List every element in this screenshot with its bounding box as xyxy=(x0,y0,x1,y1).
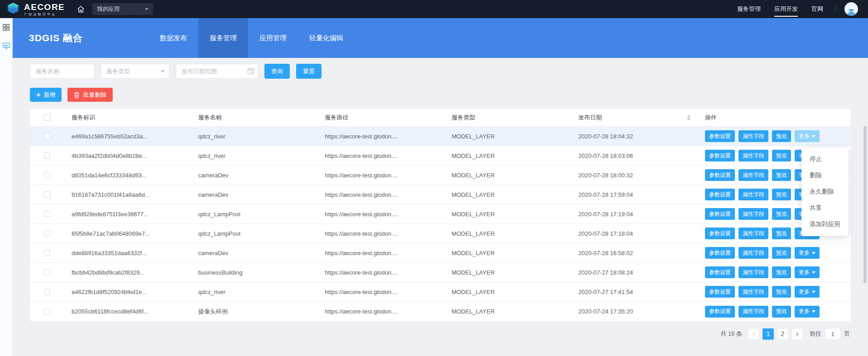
preview-button[interactable]: 预览 xyxy=(772,169,791,181)
tab-app-management[interactable]: 应用管理 xyxy=(248,18,298,58)
row-date: 2020-07-24 17:35:20 xyxy=(578,308,705,315)
menu-item-delete[interactable]: 删除 xyxy=(802,167,848,184)
more-button[interactable]: 更多 xyxy=(795,130,820,142)
publish-date-range-input[interactable] xyxy=(176,64,259,79)
row-checkbox[interactable] xyxy=(44,309,50,315)
table-row[interactable]: 4b393aa2f2db04d0e8b28e... qdcz_river htt… xyxy=(30,146,851,166)
page-button-1[interactable]: 1 xyxy=(762,328,774,340)
more-button[interactable]: 更多 xyxy=(795,247,820,259)
table-row[interactable]: e469a1c586755eb52acd3a... qdcz_river htt… xyxy=(30,127,851,146)
preview-button[interactable]: 预览 xyxy=(772,286,791,298)
attribute-fields-button[interactable]: 属性字段 xyxy=(739,208,768,220)
tab-lightweight-edit[interactable]: 轻量化编辑 xyxy=(298,18,355,58)
row-date: 2020-07-27 17:41:54 xyxy=(578,289,705,295)
attribute-fields-button[interactable]: 属性字段 xyxy=(739,266,768,278)
preview-button[interactable]: 预览 xyxy=(772,189,791,200)
table-row[interactable]: a9fd928ede8751f3ee36677... qdcz_LampPost… xyxy=(30,204,851,224)
more-button[interactable]: 更多 xyxy=(795,286,820,298)
caret-down-icon xyxy=(812,291,815,293)
row-checkbox[interactable] xyxy=(44,211,50,217)
page-button-2[interactable]: 2 xyxy=(777,328,788,340)
preview-button[interactable]: 预览 xyxy=(772,130,791,142)
preview-button[interactable]: 预览 xyxy=(772,247,791,259)
menu-item-stop[interactable]: 停止 xyxy=(802,151,848,167)
services-table: 服务标识 服务名称 服务路径 服务类型 发布日期 操作 e469a1c58675… xyxy=(30,109,851,321)
topnav-official-site[interactable]: 官网 xyxy=(811,0,823,18)
attribute-fields-button[interactable]: 属性字段 xyxy=(739,169,768,181)
param-settings-button[interactable]: 参数设置 xyxy=(705,247,735,259)
col-service-name: 服务名称 xyxy=(198,114,325,122)
row-type: MODEL_LAYER xyxy=(451,289,578,295)
preview-button[interactable]: 预览 xyxy=(772,208,791,220)
param-settings-button[interactable]: 参数设置 xyxy=(705,130,735,142)
more-button[interactable]: 更多 xyxy=(795,306,820,318)
menu-item-share[interactable]: 共享 xyxy=(802,200,848,216)
caret-down-icon xyxy=(812,252,815,254)
goto-page-input[interactable] xyxy=(825,328,841,340)
preview-button[interactable]: 预览 xyxy=(772,266,791,278)
attribute-fields-button[interactable]: 属性字段 xyxy=(739,306,768,318)
aecore-cube-icon xyxy=(5,2,21,16)
row-checkbox[interactable] xyxy=(44,172,50,178)
preview-button[interactable]: 预览 xyxy=(772,228,791,239)
add-button[interactable]: + 新增 xyxy=(30,88,62,102)
prev-page-button[interactable]: ‹ xyxy=(748,328,759,340)
row-id: dde88916a33351daa6332f... xyxy=(72,250,198,256)
home-icon[interactable] xyxy=(77,5,85,14)
table-row[interactable]: fbcbb42bd8bd9cab2f8329... businessBuildi… xyxy=(30,263,851,282)
row-checkbox[interactable] xyxy=(44,250,50,256)
table-row[interactable]: b2055cb6118fccecd8ef4d6f... 摄像头样例 https:… xyxy=(30,302,851,321)
dashboard-layout-icon[interactable] xyxy=(3,24,10,31)
sort-icon[interactable] xyxy=(687,115,691,120)
topnav-service-management[interactable]: 服务管理 xyxy=(737,0,761,18)
table-row[interactable]: 65f5b8e71ac7ab0648069e7... qdcz_LampPost… xyxy=(30,224,851,243)
row-date: 2020-07-27 18:08:24 xyxy=(578,269,705,276)
service-type-select[interactable] xyxy=(101,64,170,79)
menu-item-add-to-app[interactable]: 添加到应用 xyxy=(802,216,848,233)
attribute-fields-button[interactable]: 属性字段 xyxy=(739,286,768,298)
next-page-button[interactable]: › xyxy=(791,328,803,340)
row-id: fbcbb42bd8bd9cab2f8329... xyxy=(72,269,198,276)
more-button[interactable]: 更多 xyxy=(795,266,820,278)
param-settings-button[interactable]: 参数设置 xyxy=(705,208,735,220)
param-settings-button[interactable]: 参数设置 xyxy=(705,150,735,161)
table-row[interactable]: dde88916a33351daa6332f... cameraDev http… xyxy=(30,243,851,263)
row-checkbox[interactable] xyxy=(44,269,50,275)
screen-monitor-icon[interactable] xyxy=(3,43,10,49)
service-name-input[interactable] xyxy=(30,64,95,79)
row-checkbox[interactable] xyxy=(44,289,50,295)
row-checkbox[interactable] xyxy=(44,230,50,237)
topnav-app-development[interactable]: 应用开发 xyxy=(774,0,798,18)
table-row[interactable]: a4622fb1d8f520924bfed1e... qdcz_river ht… xyxy=(30,282,851,302)
preview-button[interactable]: 预览 xyxy=(772,306,791,318)
attribute-fields-button[interactable]: 属性字段 xyxy=(739,228,768,239)
select-all-checkbox[interactable] xyxy=(44,114,50,121)
attribute-fields-button[interactable]: 属性字段 xyxy=(739,150,768,161)
param-settings-button[interactable]: 参数设置 xyxy=(705,286,735,298)
attribute-fields-button[interactable]: 属性字段 xyxy=(739,130,768,142)
row-checkbox[interactable] xyxy=(44,152,50,159)
attribute-fields-button[interactable]: 属性字段 xyxy=(739,189,768,200)
user-avatar[interactable] xyxy=(844,2,858,16)
vertical-scrollbar[interactable] xyxy=(863,126,867,283)
tab-data-publish[interactable]: 数据发布 xyxy=(149,18,198,58)
tab-service-management[interactable]: 服务管理 xyxy=(198,18,248,58)
attribute-fields-button[interactable]: 属性字段 xyxy=(739,247,768,259)
menu-item-permanent-delete[interactable]: 永久删除 xyxy=(802,184,848,200)
table-row[interactable]: d8351da14e6cf233348d93... cameraDev http… xyxy=(30,166,851,185)
param-settings-button[interactable]: 参数设置 xyxy=(705,189,735,200)
row-date: 2020-07-28 17:18:04 xyxy=(578,230,705,237)
preview-button[interactable]: 预览 xyxy=(772,150,791,161)
reset-button[interactable]: 重置 xyxy=(296,64,321,79)
param-settings-button[interactable]: 参数设置 xyxy=(705,169,735,181)
param-settings-button[interactable]: 参数设置 xyxy=(705,306,735,318)
batch-delete-button[interactable]: 批量删除 xyxy=(67,88,113,102)
search-button[interactable]: 查询 xyxy=(264,64,290,79)
row-checkbox[interactable] xyxy=(44,133,50,139)
table-row[interactable]: 916167a731c001f41a8aa6d... cameraDev htt… xyxy=(30,185,851,204)
app-select[interactable]: 我的应用 xyxy=(92,3,153,15)
col-service-id: 服务标识 xyxy=(72,114,198,122)
row-checkbox[interactable] xyxy=(44,191,50,198)
param-settings-button[interactable]: 参数设置 xyxy=(705,266,735,278)
param-settings-button[interactable]: 参数设置 xyxy=(705,228,735,239)
